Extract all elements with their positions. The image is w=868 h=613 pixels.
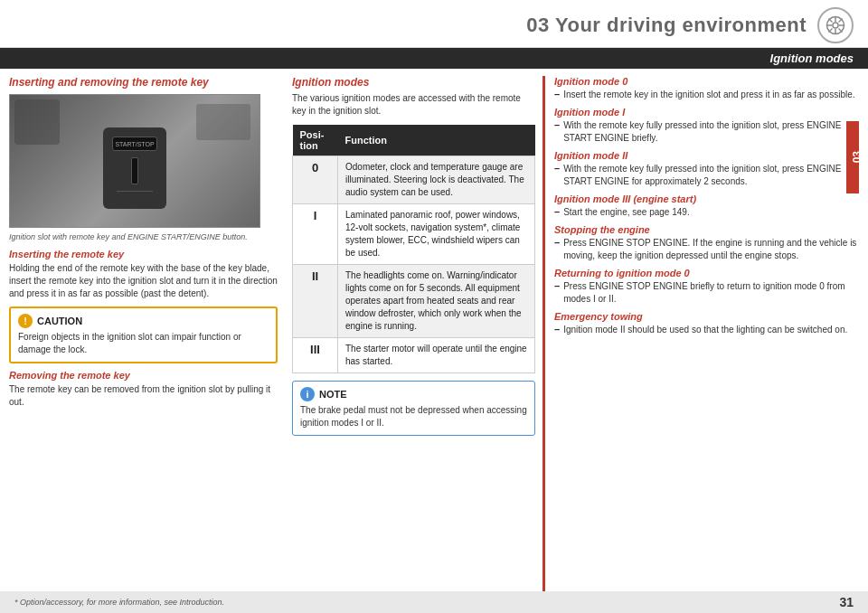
table-header-function: Function — [338, 125, 535, 156]
position-cell: III — [293, 338, 338, 373]
item-text: Insert the remote key in the ignition sl… — [563, 89, 854, 101]
right-section-item: – Press ENGINE STOP ENGINE briefly to re… — [554, 280, 859, 306]
item-text: Press ENGINE STOP ENGINE briefly to retu… — [563, 280, 859, 306]
right-section-title: Ignition mode II — [554, 150, 859, 161]
left-column: Inserting and removing the remote key ST… — [9, 76, 285, 607]
dash-symbol: – — [554, 237, 560, 248]
dash-symbol: – — [554, 324, 560, 335]
page-number: 31 — [839, 595, 854, 609]
car-image: START/STOP — [9, 94, 260, 228]
table-row: I Laminated panoramic roof, power window… — [293, 204, 535, 265]
note-box: i NOTE The brake pedal must not be depre… — [292, 381, 535, 436]
right-section-item: – Insert the remote key in the ignition … — [554, 89, 859, 101]
right-section-title: Ignition mode I — [554, 107, 859, 118]
middle-column: Ignition modes The various ignition mode… — [285, 76, 542, 607]
removing-text: The remote key can be removed from the i… — [9, 383, 278, 409]
side-tab-label: 03 — [851, 151, 859, 163]
table-row: II The headlights come on. Warning/indic… — [293, 265, 535, 338]
right-section-item: – Start the engine, see page 149. — [554, 206, 859, 219]
left-main-title: Inserting and removing the remote key — [9, 76, 278, 89]
right-section-item: – With the remote key fully pressed into… — [554, 163, 859, 188]
function-cell: The starter motor will operate until the… — [338, 338, 535, 373]
table-header-position: Posi-tion — [293, 125, 338, 156]
dash-symbol: – — [554, 280, 560, 291]
dash-symbol: – — [554, 206, 560, 217]
inserting-title: Inserting the remote key — [9, 249, 278, 259]
table-row: 0 Odometer, clock and temperature gauge … — [293, 156, 535, 204]
note-icon: i — [300, 387, 315, 401]
caution-icon: ! — [18, 314, 33, 328]
position-cell: 0 — [293, 156, 338, 204]
header-icon — [817, 7, 854, 43]
footnote: * Option/accessory, for more information… — [14, 598, 224, 607]
table-row: III The starter motor will operate until… — [293, 338, 535, 373]
inserting-text: Holding the end of the remote key with t… — [9, 262, 278, 300]
right-column: Ignition mode 0 – Insert the remote key … — [542, 76, 859, 607]
mid-section-title: Ignition modes — [292, 76, 535, 89]
dash-symbol: – — [554, 89, 560, 99]
right-section-item: – Press ENGINE STOP ENGINE. If the engin… — [554, 237, 859, 262]
caution-header: ! CAUTION — [18, 314, 269, 328]
right-section-title: Ignition mode III (engine start) — [554, 193, 859, 204]
mid-intro: The various ignition modes are accessed … — [292, 92, 535, 118]
right-section: Ignition mode II – With the remote key f… — [554, 150, 859, 188]
dash-symbol: – — [554, 163, 560, 174]
function-cell: The headlights come on. Warning/indicato… — [338, 265, 535, 338]
dash-symbol: – — [554, 119, 560, 130]
item-text: Press ENGINE STOP ENGINE. If the engine … — [563, 237, 859, 262]
right-section-item: – With the remote key fully pressed into… — [554, 119, 859, 145]
side-tab: 03 — [846, 121, 859, 193]
item-text: Start the engine, see page 149. — [563, 206, 690, 219]
function-cell: Laminated panoramic roof, power windows,… — [338, 204, 535, 265]
right-section-title: Ignition mode 0 — [554, 76, 859, 87]
item-text: With the remote key fully pressed into t… — [563, 119, 859, 145]
caution-text: Foreign objects in the ignition slot can… — [18, 331, 269, 356]
function-table: Posi-tion Function 0 Odometer, clock and… — [292, 125, 535, 373]
page-title: 03 Your driving environment — [14, 14, 817, 37]
svg-point-1 — [833, 23, 838, 28]
right-section: Ignition mode I – With the remote key fu… — [554, 107, 859, 145]
right-section: Stopping the engine – Press ENGINE STOP … — [554, 224, 859, 262]
right-section: Ignition mode III (engine start) – Start… — [554, 193, 859, 219]
right-section: Emergency towing – Ignition mode II shou… — [554, 311, 859, 336]
position-cell: II — [293, 265, 338, 338]
note-header: i NOTE — [300, 387, 527, 401]
right-section-title: Stopping the engine — [554, 224, 859, 235]
caution-box: ! CAUTION Foreign objects in the ignitio… — [9, 306, 278, 363]
item-text: Ignition mode II should be used so that … — [563, 324, 847, 336]
removing-title: Removing the remote key — [9, 370, 278, 381]
right-section-item: – Ignition mode II should be used so tha… — [554, 324, 859, 336]
right-section: Returning to ignition mode 0 – Press ENG… — [554, 268, 859, 306]
image-caption: Ignition slot with remote key and ENGINE… — [9, 232, 278, 243]
right-section-title: Emergency towing — [554, 311, 859, 322]
position-cell: I — [293, 204, 338, 265]
right-section-title: Returning to ignition mode 0 — [554, 268, 859, 278]
note-text: The brake pedal must not be depressed wh… — [300, 404, 527, 429]
item-text: With the remote key fully pressed into t… — [563, 163, 859, 188]
section-bar: Ignition modes — [0, 48, 868, 69]
footer: * Option/accessory, for more information… — [0, 591, 868, 613]
function-cell: Odometer, clock and temperature gauge ar… — [338, 156, 535, 204]
right-section: Ignition mode 0 – Insert the remote key … — [554, 76, 859, 101]
